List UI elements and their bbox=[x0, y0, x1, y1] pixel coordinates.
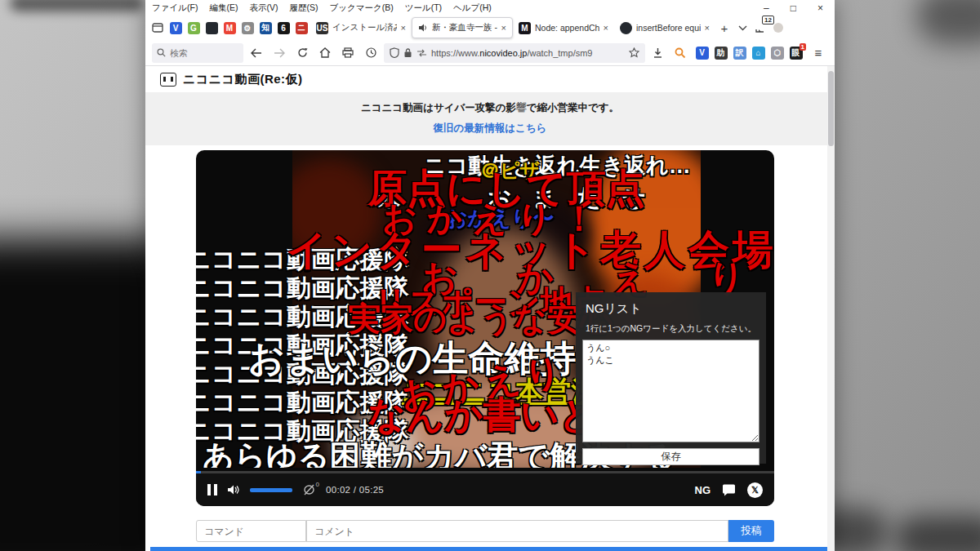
speaker-icon[interactable] bbox=[418, 23, 428, 33]
print-icon[interactable] bbox=[338, 43, 358, 63]
menu-help[interactable]: ヘルプ(H) bbox=[453, 2, 492, 14]
lock-icon[interactable] bbox=[403, 47, 412, 58]
six-icon[interactable]: 6 bbox=[274, 18, 292, 38]
ng-list-panel: NGリスト 1行に1つのNGワードを入力してください。 保存 bbox=[576, 292, 766, 464]
player-controls: 0 00:02 / 05:25 NG 𝕏 bbox=[196, 473, 774, 506]
tab-close-icon[interactable]: × bbox=[604, 23, 608, 33]
bookmark-star-icon[interactable] bbox=[629, 47, 639, 58]
menu-file[interactable]: ファイル(F) bbox=[152, 2, 198, 14]
navigation-toolbar: https://www.nicovideo.jp/watch_tmp/sm9 V… bbox=[145, 40, 835, 66]
tab-bar: VGM⚙知6ニ US インストール済み UserSc × 新・豪血寺一族 -煩悩… bbox=[145, 16, 835, 40]
comment-input[interactable] bbox=[306, 520, 728, 542]
notice-link[interactable]: 復旧の最新情報はこちら bbox=[434, 122, 547, 136]
x-share-icon[interactable]: 𝕏 bbox=[747, 482, 763, 498]
greasyfork-icon[interactable]: G bbox=[185, 18, 203, 38]
pause-icon[interactable] bbox=[207, 484, 217, 495]
tracking-shield-icon[interactable] bbox=[390, 47, 399, 58]
page-scrollbar[interactable] bbox=[827, 66, 835, 551]
niconico-logo-icon[interactable] bbox=[160, 73, 176, 87]
backdrop-topright-blob bbox=[916, 0, 980, 44]
time-display: 00:02 / 05:25 bbox=[326, 485, 384, 495]
comment-bubble-icon[interactable] bbox=[722, 484, 736, 496]
post-button[interactable]: 投稿 bbox=[728, 520, 774, 542]
new-tab-button[interactable]: + bbox=[715, 19, 733, 37]
faded-profile-icon[interactable] bbox=[769, 19, 787, 37]
tab-mdn-appendchild[interactable]: M Node: appendChild() × bbox=[513, 17, 614, 38]
tab-close-icon[interactable]: × bbox=[705, 23, 710, 33]
niconico-pinned-icon[interactable]: ニ bbox=[292, 18, 310, 38]
gmail-icon[interactable]: M bbox=[220, 18, 238, 38]
tab-counter-icon[interactable]: 12 bbox=[751, 19, 769, 37]
speaker-icon[interactable] bbox=[227, 484, 240, 495]
menu-history[interactable]: 履歴(S) bbox=[289, 2, 318, 14]
video-comment: 実家のような安心 bbox=[348, 301, 612, 335]
violentmonkey-ext-icon[interactable]: V bbox=[693, 43, 711, 63]
menu-tools[interactable]: ツール(T) bbox=[405, 2, 442, 14]
translate-ext-icon[interactable]: 訳 bbox=[730, 43, 749, 63]
tab-close-icon[interactable]: × bbox=[501, 23, 506, 33]
footer-blue-strip bbox=[150, 547, 828, 551]
history-clock-icon[interactable] bbox=[361, 43, 381, 63]
container-icon[interactable] bbox=[416, 49, 427, 57]
ng-textarea[interactable] bbox=[582, 340, 760, 442]
reload-icon[interactable] bbox=[292, 43, 312, 63]
tab-github-insertbefore[interactable]: insertBefore equivale × bbox=[614, 17, 715, 38]
search-input[interactable] bbox=[170, 48, 235, 58]
comment-form: 投稿 bbox=[196, 520, 774, 542]
violentmonkey-icon[interactable]: V bbox=[167, 18, 185, 38]
download-icon[interactable] bbox=[648, 43, 667, 63]
ng-panel-title: NGリスト bbox=[586, 301, 760, 317]
tab-niconico-video[interactable]: 新・豪血寺一族 -煩悩... × bbox=[412, 17, 513, 38]
search-box[interactable] bbox=[152, 43, 243, 63]
menu-edit[interactable]: 編集(E) bbox=[209, 2, 238, 14]
notice-text: ニコニコ動画はサイバー攻撃の影響で縮小営業中です。 bbox=[145, 101, 835, 115]
github-icon[interactable] bbox=[203, 18, 220, 38]
zhihu-icon[interactable]: 知 bbox=[256, 18, 274, 38]
service-notice: ニコニコ動画はサイバー攻撃の影響で縮小営業中です。 復旧の最新情報はこちら bbox=[145, 92, 835, 145]
video-player[interactable]: ニコ動生き返れ生き返れ…米おまたせニコニコ動画応援隊ニコニコ動画応援隊ニコニコ動… bbox=[196, 150, 774, 506]
command-input[interactable] bbox=[196, 520, 306, 542]
ng-save-button[interactable]: 保存 bbox=[582, 448, 760, 465]
tab-userscripts[interactable]: US インストール済み UserSc × bbox=[310, 17, 412, 38]
volume-slider[interactable] bbox=[250, 488, 292, 492]
github-icon bbox=[620, 22, 632, 34]
backdrop-bottomright-blob2 bbox=[895, 516, 980, 551]
search-ext-icon[interactable] bbox=[670, 43, 689, 63]
puzzle-extensions-icon[interactable]: ⬡ bbox=[768, 43, 786, 63]
minimize-button[interactable]: – bbox=[764, 2, 769, 14]
close-button[interactable]: × bbox=[817, 2, 823, 14]
home-ext-icon[interactable]: ⌂ bbox=[749, 43, 768, 63]
backdrop-text-smudge bbox=[10, 0, 145, 11]
firefox-view-icon[interactable] bbox=[149, 19, 167, 37]
ng-panel-instruction: 1行に1つのNGワードを入力してください。 bbox=[586, 323, 760, 335]
home-icon[interactable] bbox=[315, 43, 335, 63]
back-icon[interactable] bbox=[247, 43, 266, 63]
repeat-icon[interactable]: 0 bbox=[302, 484, 316, 495]
menu-bar: ファイル(F) 編集(E) 表示(V) 履歴(S) ブックマーク(B) ツール(… bbox=[145, 0, 835, 16]
site-header: ニコニコ動画(Re:仮) bbox=[145, 66, 835, 92]
adblock-ext-icon[interactable]: 眼1 bbox=[786, 43, 805, 63]
url-text[interactable]: https://www.nicovideo.jp/watch_tmp/sm9 bbox=[431, 48, 625, 58]
settings-gear-icon[interactable]: ⚙ bbox=[238, 18, 256, 38]
search-icon bbox=[157, 48, 166, 57]
site-title[interactable]: ニコニコ動画(Re:仮) bbox=[183, 72, 303, 87]
userscript-icon: US bbox=[316, 22, 328, 34]
scrollbar-thumb[interactable] bbox=[828, 71, 834, 146]
list-tabs-chevron-icon[interactable] bbox=[733, 19, 751, 37]
mdn-icon: M bbox=[519, 22, 531, 34]
ng-button[interactable]: NG bbox=[695, 484, 711, 496]
browser-window: ファイル(F) 編集(E) 表示(V) 履歴(S) ブックマーク(B) ツール(… bbox=[145, 0, 835, 551]
url-bar[interactable]: https://www.nicovideo.jp/watch_tmp/sm9 bbox=[384, 43, 645, 63]
page-content: ニコニコ動画(Re:仮) ニコニコ動画はサイバー攻撃の影響で縮小営業中です。 復… bbox=[145, 66, 835, 551]
forward-icon[interactable] bbox=[270, 43, 289, 63]
tab-close-icon[interactable]: × bbox=[401, 23, 406, 33]
maximize-button[interactable]: □ bbox=[791, 2, 796, 14]
menu-bookmarks[interactable]: ブックマーク(B) bbox=[329, 2, 393, 14]
app-menu-icon[interactable]: ≡ bbox=[808, 43, 828, 63]
dark-ext-icon[interactable]: 助 bbox=[711, 43, 730, 63]
menu-view[interactable]: 表示(V) bbox=[249, 2, 278, 14]
